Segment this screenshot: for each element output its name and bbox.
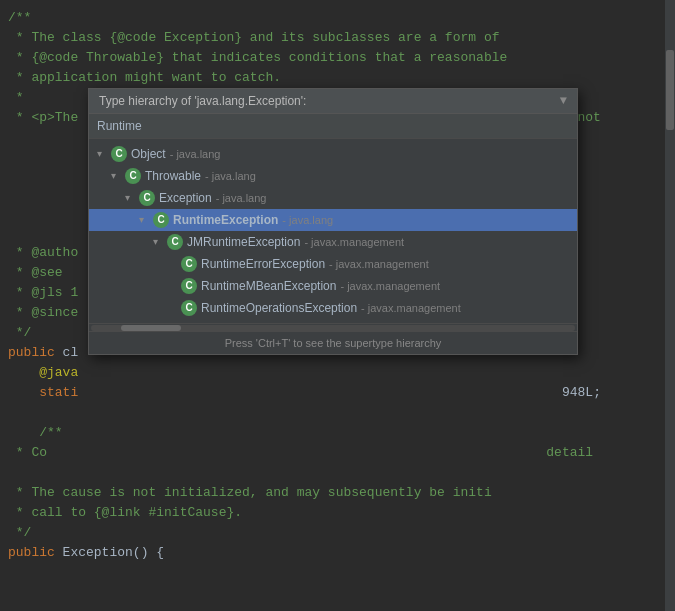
tree-arrow: ▾ <box>97 144 111 164</box>
editor-scrollbar[interactable] <box>665 0 675 611</box>
code-text: * @since <box>8 303 78 323</box>
code-line: */ <box>0 523 675 543</box>
code-text: stati <box>39 383 78 403</box>
tree-item-exception[interactable]: ▾ C Exception - java.lang <box>89 187 577 209</box>
code-text: * <box>8 88 24 108</box>
class-name: Object <box>131 144 166 164</box>
code-text: * call to {@link #initCause}. <box>8 503 242 523</box>
code-line: * application might want to catch. <box>0 68 675 88</box>
class-icon: C <box>111 146 127 162</box>
popup-search-input[interactable] <box>97 119 569 133</box>
class-icon: C <box>181 300 197 316</box>
class-name: Throwable <box>145 166 201 186</box>
code-line: /** <box>0 423 675 443</box>
package-name: - javax.management <box>340 276 440 296</box>
tree-item-object[interactable]: ▾ C Object - java.lang <box>89 143 577 165</box>
code-text: * <p>The <box>8 108 78 128</box>
code-text: /** <box>8 8 31 28</box>
tree-item-runtimeexception[interactable]: ▾ C RuntimeException - java.lang <box>89 209 577 231</box>
class-icon: C <box>181 256 197 272</box>
tree-item-runtimeerrorexception[interactable]: C RuntimeErrorException - javax.manageme… <box>89 253 577 275</box>
code-text: @java <box>39 363 78 383</box>
tree-arrow <box>167 276 181 296</box>
code-line: * {@code Throwable} that indicates condi… <box>0 48 675 68</box>
package-name: - javax.management <box>304 232 404 252</box>
code-text: * The cause is not initialized, and may … <box>8 483 492 503</box>
code-text: * application might want to catch. <box>8 68 281 88</box>
code-line <box>0 403 675 423</box>
tree-item-throwable[interactable]: ▾ C Throwable - java.lang <box>89 165 577 187</box>
code-text <box>78 383 562 403</box>
package-name: - java.lang <box>205 166 256 186</box>
class-name: RuntimeErrorException <box>201 254 325 274</box>
tree-arrow <box>167 298 181 318</box>
code-line: * Co detail <box>0 443 675 463</box>
tree-arrow: ▾ <box>139 210 153 230</box>
code-text: cl <box>55 343 78 363</box>
package-name: - java.lang <box>170 144 221 164</box>
popup-search-area <box>89 114 577 139</box>
code-text <box>8 383 39 403</box>
tree-arrow <box>167 254 181 274</box>
code-text: * Co <box>8 443 47 463</box>
tree-arrow: ▾ <box>111 166 125 186</box>
code-text: public <box>8 343 55 363</box>
package-name: - java.lang <box>216 188 267 208</box>
class-name: RuntimeException <box>173 210 278 230</box>
code-text: Exception() { <box>55 543 164 563</box>
code-text: 948L; <box>562 383 601 403</box>
code-line: stati 948L; <box>0 383 675 403</box>
scrollbar-track <box>91 325 575 331</box>
class-name: RuntimeMBeanException <box>201 276 336 296</box>
status-text: Press 'Ctrl+T' to see the supertype hier… <box>225 337 442 349</box>
code-text: * @jls 1 <box>8 283 78 303</box>
popup-title: Type hierarchy of 'java.lang.Exception': <box>99 94 306 108</box>
tree-arrow: ▾ <box>125 188 139 208</box>
tree-item-runtimeoperationsexception[interactable]: C RuntimeOperationsException - javax.man… <box>89 297 577 319</box>
popup-tree[interactable]: ▾ C Object - java.lang ▾ C Throwable - j… <box>89 139 577 323</box>
code-text: */ <box>8 323 31 343</box>
scrollbar-thumb[interactable] <box>666 50 674 130</box>
scrollbar-thumb[interactable] <box>121 325 181 331</box>
code-text: /** <box>8 423 63 443</box>
type-hierarchy-popup[interactable]: Type hierarchy of 'java.lang.Exception':… <box>88 88 578 355</box>
chevron-down-icon[interactable]: ▼ <box>560 94 567 108</box>
code-line: public Exception() { <box>0 543 675 563</box>
popup-scrollbar[interactable] <box>89 323 577 331</box>
code-text: * {@code Throwable} that indicates condi… <box>8 48 507 68</box>
code-line: @java <box>0 363 675 383</box>
code-line: * call to {@link #initCause}. <box>0 503 675 523</box>
code-line: /** <box>0 8 675 28</box>
tree-arrow: ▾ <box>153 232 167 252</box>
code-line: * The class {@code Exception} and its su… <box>0 28 675 48</box>
package-name: - java.lang <box>282 210 333 230</box>
code-text: public <box>8 543 55 563</box>
code-text: * The class {@code Exception} and its su… <box>8 28 499 48</box>
code-text: * @see <box>8 263 63 283</box>
class-icon: C <box>181 278 197 294</box>
code-text <box>8 363 39 383</box>
class-name: JMRuntimeException <box>187 232 300 252</box>
class-icon: C <box>153 212 169 228</box>
class-name: Exception <box>159 188 212 208</box>
class-name: RuntimeOperationsException <box>201 298 357 318</box>
code-line: * The cause is not initialized, and may … <box>0 483 675 503</box>
package-name: - javax.management <box>361 298 461 318</box>
class-icon: C <box>125 168 141 184</box>
code-text: * @autho <box>8 243 78 263</box>
class-icon: C <box>139 190 155 206</box>
popup-header: Type hierarchy of 'java.lang.Exception':… <box>89 89 577 114</box>
tree-item-jmruntimeexception[interactable]: ▾ C JMRuntimeException - javax.managemen… <box>89 231 577 253</box>
code-text <box>47 443 546 463</box>
popup-status-bar: Press 'Ctrl+T' to see the supertype hier… <box>89 331 577 354</box>
code-text: */ <box>8 523 31 543</box>
code-text: detail <box>546 443 593 463</box>
class-icon: C <box>167 234 183 250</box>
package-name: - javax.management <box>329 254 429 274</box>
tree-item-runtimembeanexception[interactable]: C RuntimeMBeanException - javax.manageme… <box>89 275 577 297</box>
